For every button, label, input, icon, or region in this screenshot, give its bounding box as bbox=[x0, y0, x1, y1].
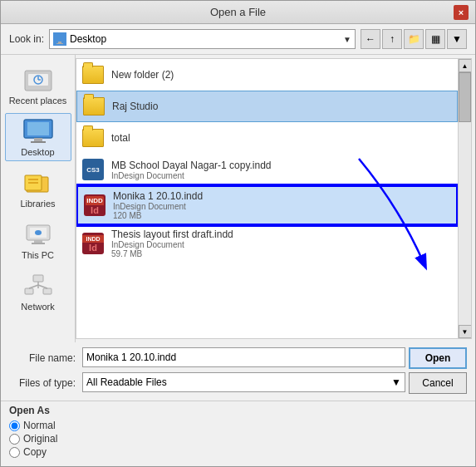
desktop-icon bbox=[22, 117, 55, 147]
look-in-value: Desktop bbox=[70, 33, 340, 45]
sidebar-label-recent-places: Recent places bbox=[9, 96, 67, 106]
svg-rect-9 bbox=[27, 122, 49, 135]
file-name-row: File name: Open bbox=[9, 347, 467, 369]
up-button[interactable]: ↑ bbox=[382, 29, 402, 49]
cs3-icon: CS3 bbox=[81, 158, 105, 181]
svg-rect-23 bbox=[43, 288, 52, 294]
dropdown-arrow-icon: ▼ bbox=[343, 35, 351, 44]
sidebar-item-libraries[interactable]: Libraries bbox=[5, 165, 71, 213]
bottom-fields: File name: Open Files of type: All Reada… bbox=[1, 342, 475, 399]
sidebar-item-recent-places[interactable]: Recent places bbox=[5, 61, 71, 110]
sidebar-item-desktop[interactable]: Desktop bbox=[5, 113, 71, 161]
file-item-mb-school[interactable]: CS3 MB School Dayal Nagar-1 copy.indd In… bbox=[76, 154, 458, 185]
file-name-label: File name: bbox=[9, 352, 76, 364]
main-content: Recent places Desktop bbox=[1, 54, 475, 342]
file-name-mb-school: MB School Dayal Nagar-1 copy.indd bbox=[111, 160, 272, 171]
open-as-title: Open As bbox=[9, 405, 467, 416]
open-as-section: Open As Normal Original Copy bbox=[1, 401, 475, 466]
this-pc-icon bbox=[22, 220, 55, 250]
close-button[interactable]: × bbox=[454, 5, 469, 20]
file-item-raj-studio[interactable]: Raj Studio bbox=[76, 91, 458, 122]
file-item-thesis[interactable]: INDD Id Thesis layout first draft.indd I… bbox=[76, 225, 458, 262]
svg-rect-0 bbox=[55, 35, 65, 42]
svg-line-26 bbox=[38, 285, 47, 288]
folder-icon-new bbox=[81, 63, 105, 86]
view-more-button[interactable]: ▼ bbox=[447, 29, 467, 49]
file-size-monika: 120 MB bbox=[113, 211, 203, 220]
folder-icon-total bbox=[81, 126, 105, 150]
libraries-icon bbox=[22, 169, 55, 199]
look-in-dropdown[interactable]: Desktop ▼ bbox=[49, 29, 356, 49]
scroll-down-button[interactable]: ▼ bbox=[459, 325, 472, 338]
radio-normal[interactable] bbox=[9, 420, 20, 431]
cancel-button[interactable]: Cancel bbox=[409, 372, 467, 394]
scrollbar[interactable]: ▲ ▼ bbox=[458, 59, 471, 338]
sidebar-label-libraries: Libraries bbox=[20, 199, 55, 209]
svg-point-20 bbox=[35, 230, 42, 235]
view-button[interactable]: ▦ bbox=[425, 29, 445, 49]
files-of-type-row: Files of type: All Readable Files ▼ Canc… bbox=[9, 372, 467, 394]
svg-rect-10 bbox=[34, 138, 42, 141]
file-name-thesis: Thesis layout first draft.indd bbox=[111, 229, 233, 240]
sidebar: Recent places Desktop bbox=[1, 55, 76, 342]
look-in-label: Look in: bbox=[9, 33, 44, 45]
folder-button[interactable]: 📁 bbox=[404, 29, 424, 49]
svg-rect-14 bbox=[28, 179, 38, 180]
svg-rect-18 bbox=[34, 240, 42, 243]
dropdown-arrow-files-icon: ▼ bbox=[391, 376, 401, 388]
file-type-thesis: InDesign Document bbox=[111, 240, 233, 249]
indd-icon-monika: INDD Id bbox=[83, 194, 106, 217]
files-of-type-value: All Readable Files bbox=[86, 376, 167, 388]
radio-row-copy: Copy bbox=[9, 446, 467, 458]
radio-label-normal: Normal bbox=[23, 420, 56, 431]
svg-rect-11 bbox=[31, 141, 46, 143]
desktop-small-icon bbox=[53, 32, 66, 46]
radio-row-original: Original bbox=[9, 433, 467, 445]
dialog-title: Open a File bbox=[22, 6, 454, 18]
svg-rect-1 bbox=[58, 42, 61, 43]
title-bar: Open a File × bbox=[1, 1, 475, 24]
svg-rect-2 bbox=[56, 43, 63, 44]
svg-rect-22 bbox=[25, 288, 33, 294]
folder-icon-raj bbox=[82, 95, 106, 118]
sidebar-label-network: Network bbox=[21, 302, 54, 312]
sidebar-item-this-pc[interactable]: This PC bbox=[5, 216, 71, 264]
scrollbar-thumb[interactable] bbox=[459, 72, 471, 122]
file-name-total: total bbox=[111, 132, 130, 144]
sidebar-item-network[interactable]: Network bbox=[5, 268, 71, 316]
radio-original[interactable] bbox=[9, 434, 20, 445]
toolbar-nav-buttons: ← ↑ 📁 ▦ ▼ bbox=[361, 29, 467, 49]
files-of-type-label: Files of type: bbox=[9, 377, 76, 389]
sidebar-label-this-pc: This PC bbox=[22, 250, 54, 260]
files-of-type-dropdown[interactable]: All Readable Files ▼ bbox=[82, 372, 405, 392]
back-button[interactable]: ← bbox=[361, 29, 380, 49]
recent-places-icon bbox=[22, 66, 55, 96]
sidebar-label-desktop: Desktop bbox=[21, 147, 54, 157]
open-button[interactable]: Open bbox=[409, 347, 467, 369]
file-type-mb-school: InDesign Document bbox=[111, 171, 272, 180]
file-item-monika[interactable]: INDD Id Monika 1 20.10.indd InDesign Doc… bbox=[76, 185, 458, 225]
indd-icon-thesis: INDD Id bbox=[81, 232, 105, 255]
file-name-monika: Monika 1 20.10.indd bbox=[113, 190, 203, 202]
radio-label-copy: Copy bbox=[23, 446, 47, 458]
file-name-input[interactable] bbox=[82, 347, 405, 367]
svg-rect-15 bbox=[28, 182, 38, 184]
file-item-new-folder[interactable]: New folder (2) bbox=[76, 59, 458, 91]
file-name-new-folder: New folder (2) bbox=[111, 69, 174, 81]
network-icon bbox=[22, 272, 55, 302]
file-type-monika: InDesign Document bbox=[113, 202, 203, 211]
radio-label-original: Original bbox=[23, 433, 57, 445]
toolbar: Look in: Desktop ▼ ← ↑ 📁 ▦ ▼ bbox=[1, 24, 475, 54]
file-list: New folder (2) Raj Studio bbox=[76, 59, 458, 338]
scrollbar-track[interactable] bbox=[459, 72, 471, 325]
file-item-total[interactable]: total bbox=[76, 122, 458, 154]
svg-rect-21 bbox=[33, 275, 43, 282]
file-size-thesis: 59.7 MB bbox=[111, 249, 233, 258]
svg-line-25 bbox=[29, 285, 38, 288]
radio-copy[interactable] bbox=[9, 447, 20, 458]
file-name-raj-studio: Raj Studio bbox=[112, 101, 158, 112]
svg-rect-19 bbox=[32, 243, 45, 244]
open-file-dialog: Open a File × Look in: Desktop ▼ ← ↑ 📁 ▦… bbox=[0, 0, 476, 467]
scroll-up-button[interactable]: ▲ bbox=[459, 59, 472, 72]
radio-row-normal: Normal bbox=[9, 420, 467, 431]
